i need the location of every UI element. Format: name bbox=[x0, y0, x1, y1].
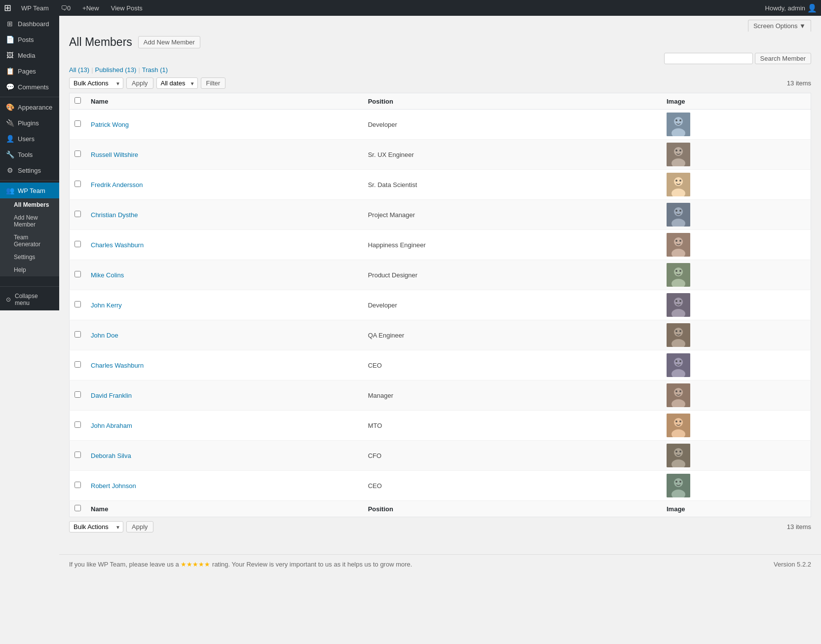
row-checkbox[interactable] bbox=[75, 120, 81, 127]
apply-button-bottom[interactable]: Apply bbox=[126, 521, 153, 532]
member-name-link[interactable]: Deborah Silva bbox=[91, 452, 131, 459]
member-image bbox=[667, 444, 690, 467]
row-name-cell: Christian Dysthe bbox=[86, 200, 363, 230]
svg-point-23 bbox=[675, 240, 677, 242]
sidebar-item-comments[interactable]: 💬 Comments bbox=[0, 79, 59, 95]
member-name-link[interactable]: Charles Washburn bbox=[91, 241, 144, 249]
bulk-actions-select-bottom[interactable]: Bulk Actions bbox=[69, 521, 123, 532]
row-image-cell bbox=[662, 290, 811, 320]
row-checkbox[interactable] bbox=[75, 361, 81, 368]
member-position: Product Designer bbox=[368, 271, 417, 279]
row-checkbox-cell bbox=[70, 140, 86, 170]
row-checkbox[interactable] bbox=[75, 271, 81, 277]
submenu-team-generator[interactable]: Team Generator bbox=[0, 231, 59, 251]
svg-point-29 bbox=[679, 270, 681, 272]
row-name-cell: Robert Johnson bbox=[86, 471, 363, 501]
row-checkbox[interactable] bbox=[75, 391, 81, 398]
row-checkbox[interactable] bbox=[75, 301, 81, 307]
member-name-link[interactable]: David Franklin bbox=[91, 392, 132, 399]
member-name-link[interactable]: Patrick Wong bbox=[91, 121, 129, 128]
member-name-link[interactable]: John Abraham bbox=[91, 422, 132, 429]
tab-trash[interactable]: Trash (1) bbox=[142, 66, 168, 74]
sidebar-item-label: Users bbox=[18, 135, 35, 143]
apply-button-top[interactable]: Apply bbox=[126, 77, 153, 89]
member-name-link[interactable]: Christian Dysthe bbox=[91, 211, 138, 219]
table-row: Charles Washburn Happiness Engineer bbox=[70, 230, 811, 260]
svg-point-43 bbox=[675, 360, 677, 362]
submenu-add-new-member[interactable]: Add New Member bbox=[0, 211, 59, 231]
sidebar-item-label: Pages bbox=[18, 68, 36, 75]
row-checkbox[interactable] bbox=[75, 211, 81, 217]
row-checkbox[interactable] bbox=[75, 421, 81, 428]
table-row: Christian Dysthe Project Manager bbox=[70, 200, 811, 230]
bulk-actions-select-top[interactable]: Bulk Actions bbox=[69, 77, 123, 89]
member-image bbox=[667, 203, 690, 227]
member-name-link[interactable]: Robert Johnson bbox=[91, 482, 136, 490]
member-name-link[interactable]: John Kerry bbox=[91, 302, 122, 309]
row-checkbox-cell bbox=[70, 170, 86, 200]
row-checkbox[interactable] bbox=[75, 241, 81, 247]
sidebar-item-dashboard[interactable]: ⊞ Dashboard bbox=[0, 16, 59, 32]
date-filter-select[interactable]: All dates bbox=[156, 77, 198, 89]
sidebar-item-wp-team[interactable]: 👥 WP Team bbox=[0, 183, 59, 198]
table-row: David Franklin Manager bbox=[70, 380, 811, 411]
row-name-cell: John Abraham bbox=[86, 411, 363, 441]
adminbar-view-posts[interactable]: View Posts bbox=[107, 0, 147, 16]
add-new-member-button[interactable]: Add New Member bbox=[138, 36, 200, 48]
sidebar-item-pages[interactable]: 📋 Pages bbox=[0, 63, 59, 79]
tablenav-top: Bulk Actions ▼ Apply All dates ▼ Filter … bbox=[69, 77, 811, 89]
search-input[interactable] bbox=[664, 53, 753, 64]
wp-logo-icon: ⊞ bbox=[4, 2, 11, 13]
collapse-menu-button[interactable]: ⊙ Collapse menu bbox=[0, 289, 59, 310]
row-checkbox[interactable] bbox=[75, 181, 81, 187]
submenu-all-members[interactable]: All Members bbox=[0, 198, 59, 211]
dashboard-icon: ⊞ bbox=[6, 20, 14, 28]
tab-published[interactable]: Published (13) bbox=[95, 66, 137, 74]
page-header: All Members Add New Member bbox=[69, 36, 811, 49]
collapse-label: Collapse menu bbox=[15, 293, 53, 306]
submenu-help[interactable]: Help bbox=[0, 264, 59, 276]
row-position-cell: CEO bbox=[363, 350, 662, 380]
filter-button[interactable]: Filter bbox=[201, 77, 226, 89]
adminbar-new[interactable]: + New bbox=[78, 0, 103, 16]
submenu-settings[interactable]: Settings bbox=[0, 251, 59, 264]
row-checkbox[interactable] bbox=[75, 331, 81, 338]
row-checkbox[interactable] bbox=[75, 151, 81, 157]
member-name-link[interactable]: John Doe bbox=[91, 332, 118, 339]
sidebar-item-users[interactable]: 👤 Users bbox=[0, 131, 59, 147]
sidebar-item-plugins[interactable]: 🔌 Plugins bbox=[0, 115, 59, 131]
name-column-header: Name bbox=[86, 93, 363, 110]
screen-options-button[interactable]: Screen Options ▼ bbox=[748, 20, 811, 32]
row-checkbox[interactable] bbox=[75, 452, 81, 458]
row-checkbox-cell bbox=[70, 320, 86, 350]
member-name-link[interactable]: Russell Wiltshire bbox=[91, 151, 138, 158]
sidebar-item-appearance[interactable]: 🎨 Appearance bbox=[0, 99, 59, 115]
member-image bbox=[667, 383, 690, 407]
member-name-link[interactable]: Charles Washburn bbox=[91, 362, 144, 369]
sidebar-item-media[interactable]: 🖼 Media bbox=[0, 47, 59, 63]
select-all-checkbox[interactable] bbox=[75, 97, 81, 104]
svg-point-19 bbox=[679, 210, 681, 212]
select-all-footer-checkbox[interactable] bbox=[75, 505, 81, 511]
image-column-footer: Image bbox=[662, 501, 811, 517]
sidebar-item-label: WP Team bbox=[18, 187, 45, 194]
svg-point-44 bbox=[679, 360, 681, 362]
sidebar-item-tools[interactable]: 🔧 Tools bbox=[0, 147, 59, 162]
row-name-cell: Charles Washburn bbox=[86, 230, 363, 260]
sidebar-item-posts[interactable]: 📄 Posts bbox=[0, 32, 59, 47]
settings-icon: ⚙ bbox=[6, 166, 14, 174]
member-name-link[interactable]: Mike Colins bbox=[91, 271, 124, 279]
sidebar-item-settings[interactable]: ⚙ Settings bbox=[0, 162, 59, 178]
search-area: Search Member bbox=[664, 53, 811, 64]
tab-all[interactable]: All (13) bbox=[69, 66, 89, 74]
member-image bbox=[667, 414, 690, 437]
adminbar-site-name[interactable]: WP Team bbox=[17, 0, 53, 16]
adminbar-comments[interactable]: 🗨 0 bbox=[57, 0, 75, 16]
search-member-button[interactable]: Search Member bbox=[755, 53, 811, 64]
svg-point-53 bbox=[675, 420, 677, 422]
rating-stars[interactable]: ★★★★★ bbox=[181, 561, 210, 568]
member-name-link[interactable]: Fredrik Andersson bbox=[91, 181, 143, 189]
svg-point-33 bbox=[675, 300, 677, 302]
svg-point-48 bbox=[675, 390, 677, 392]
row-checkbox[interactable] bbox=[75, 482, 81, 488]
